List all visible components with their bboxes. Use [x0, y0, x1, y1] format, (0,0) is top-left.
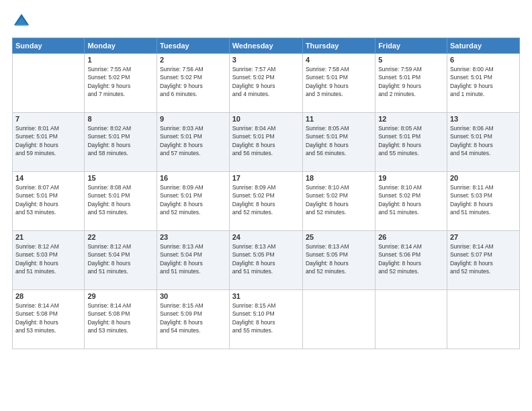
calendar-cell: 5Sunrise: 7:59 AM Sunset: 5:01 PM Daylig… — [375, 54, 447, 113]
calendar-cell: 4Sunrise: 7:58 AM Sunset: 5:01 PM Daylig… — [302, 54, 375, 113]
day-info: Sunrise: 8:00 AM Sunset: 5:01 PM Dayligh… — [450, 65, 517, 98]
day-number: 30 — [160, 292, 226, 300]
day-number: 12 — [378, 115, 444, 123]
day-number: 17 — [232, 174, 300, 182]
day-number: 11 — [306, 115, 372, 123]
day-number: 28 — [15, 292, 81, 300]
day-number: 3 — [232, 56, 300, 64]
day-number: 15 — [87, 174, 154, 182]
calendar-cell: 10Sunrise: 8:04 AM Sunset: 5:01 PM Dayli… — [229, 113, 302, 172]
day-info: Sunrise: 8:12 AM Sunset: 5:03 PM Dayligh… — [15, 242, 81, 275]
day-info: Sunrise: 8:14 AM Sunset: 5:06 PM Dayligh… — [378, 242, 444, 275]
day-info: Sunrise: 8:14 AM Sunset: 5:08 PM Dayligh… — [15, 302, 81, 334]
day-number: 29 — [87, 292, 154, 300]
day-info: Sunrise: 8:14 AM Sunset: 5:08 PM Dayligh… — [87, 302, 154, 334]
day-number: 18 — [306, 174, 372, 182]
calendar-cell: 19Sunrise: 8:10 AM Sunset: 5:02 PM Dayli… — [375, 172, 447, 231]
calendar-cell: 20Sunrise: 8:11 AM Sunset: 5:03 PM Dayli… — [447, 172, 519, 231]
calendar-cell: 25Sunrise: 8:13 AM Sunset: 5:05 PM Dayli… — [302, 231, 375, 290]
day-number: 21 — [15, 233, 81, 241]
calendar-week-row: 21Sunrise: 8:12 AM Sunset: 5:03 PM Dayli… — [13, 231, 520, 290]
day-info: Sunrise: 8:03 AM Sunset: 5:01 PM Dayligh… — [160, 124, 226, 157]
calendar-cell: 6Sunrise: 8:00 AM Sunset: 5:01 PM Daylig… — [447, 54, 519, 113]
weekday-header: Sunday — [13, 38, 85, 54]
day-number: 19 — [378, 174, 444, 182]
calendar-cell: 17Sunrise: 8:09 AM Sunset: 5:02 PM Dayli… — [229, 172, 302, 231]
calendar-cell — [13, 54, 85, 113]
day-info: Sunrise: 8:09 AM Sunset: 5:01 PM Dayligh… — [160, 183, 226, 216]
calendar-cell: 15Sunrise: 8:08 AM Sunset: 5:01 PM Dayli… — [85, 172, 157, 231]
page: SundayMondayTuesdayWednesdayThursdayFrid… — [0, 0, 532, 411]
logo — [12, 12, 34, 31]
header — [12, 12, 520, 31]
day-info: Sunrise: 8:14 AM Sunset: 5:07 PM Dayligh… — [450, 242, 517, 275]
day-number: 2 — [160, 56, 226, 64]
day-info: Sunrise: 8:13 AM Sunset: 5:05 PM Dayligh… — [232, 242, 300, 275]
day-info: Sunrise: 8:10 AM Sunset: 5:02 PM Dayligh… — [378, 183, 444, 216]
calendar-header-row: SundayMondayTuesdayWednesdayThursdayFrid… — [13, 38, 520, 54]
day-number: 31 — [232, 292, 300, 300]
day-info: Sunrise: 8:04 AM Sunset: 5:01 PM Dayligh… — [232, 124, 300, 157]
day-number: 24 — [232, 233, 300, 241]
calendar-cell — [447, 290, 519, 349]
calendar-cell — [375, 290, 447, 349]
day-info: Sunrise: 8:08 AM Sunset: 5:01 PM Dayligh… — [87, 183, 154, 216]
day-info: Sunrise: 8:15 AM Sunset: 5:10 PM Dayligh… — [232, 302, 300, 334]
calendar-cell: 29Sunrise: 8:14 AM Sunset: 5:08 PM Dayli… — [85, 290, 157, 349]
calendar-cell: 16Sunrise: 8:09 AM Sunset: 5:01 PM Dayli… — [157, 172, 229, 231]
calendar-cell: 23Sunrise: 8:13 AM Sunset: 5:04 PM Dayli… — [157, 231, 229, 290]
calendar-week-row: 7Sunrise: 8:01 AM Sunset: 5:01 PM Daylig… — [13, 113, 520, 172]
day-info: Sunrise: 7:59 AM Sunset: 5:01 PM Dayligh… — [378, 65, 444, 98]
day-number: 20 — [450, 174, 517, 182]
weekday-header: Wednesday — [229, 38, 302, 54]
calendar-cell: 7Sunrise: 8:01 AM Sunset: 5:01 PM Daylig… — [13, 113, 85, 172]
calendar-cell: 28Sunrise: 8:14 AM Sunset: 5:08 PM Dayli… — [13, 290, 85, 349]
day-info: Sunrise: 7:55 AM Sunset: 5:02 PM Dayligh… — [87, 65, 154, 98]
calendar-cell — [302, 290, 375, 349]
day-info: Sunrise: 8:07 AM Sunset: 5:01 PM Dayligh… — [15, 183, 81, 216]
logo-icon — [12, 12, 31, 31]
calendar-cell: 18Sunrise: 8:10 AM Sunset: 5:02 PM Dayli… — [302, 172, 375, 231]
weekday-header: Saturday — [447, 38, 519, 54]
weekday-header: Friday — [375, 38, 447, 54]
day-info: Sunrise: 8:06 AM Sunset: 5:01 PM Dayligh… — [450, 124, 517, 157]
weekday-header: Monday — [85, 38, 157, 54]
day-info: Sunrise: 8:02 AM Sunset: 5:01 PM Dayligh… — [87, 124, 154, 157]
calendar-cell: 8Sunrise: 8:02 AM Sunset: 5:01 PM Daylig… — [85, 113, 157, 172]
day-info: Sunrise: 8:05 AM Sunset: 5:01 PM Dayligh… — [306, 124, 372, 157]
calendar-cell: 26Sunrise: 8:14 AM Sunset: 5:06 PM Dayli… — [375, 231, 447, 290]
calendar-cell: 31Sunrise: 8:15 AM Sunset: 5:10 PM Dayli… — [229, 290, 302, 349]
day-info: Sunrise: 8:13 AM Sunset: 5:04 PM Dayligh… — [160, 242, 226, 275]
calendar-cell: 24Sunrise: 8:13 AM Sunset: 5:05 PM Dayli… — [229, 231, 302, 290]
calendar-cell: 13Sunrise: 8:06 AM Sunset: 5:01 PM Dayli… — [447, 113, 519, 172]
day-number: 9 — [160, 115, 226, 123]
calendar-cell: 3Sunrise: 7:57 AM Sunset: 5:02 PM Daylig… — [229, 54, 302, 113]
day-number: 13 — [450, 115, 517, 123]
day-info: Sunrise: 8:12 AM Sunset: 5:04 PM Dayligh… — [87, 242, 154, 275]
day-number: 7 — [15, 115, 81, 123]
day-number: 14 — [15, 174, 81, 182]
calendar-cell: 1Sunrise: 7:55 AM Sunset: 5:02 PM Daylig… — [85, 54, 157, 113]
day-info: Sunrise: 8:09 AM Sunset: 5:02 PM Dayligh… — [232, 183, 300, 216]
calendar-week-row: 1Sunrise: 7:55 AM Sunset: 5:02 PM Daylig… — [13, 54, 520, 113]
weekday-header: Thursday — [302, 38, 375, 54]
day-info: Sunrise: 8:10 AM Sunset: 5:02 PM Dayligh… — [306, 183, 372, 216]
day-number: 8 — [87, 115, 154, 123]
calendar-cell: 2Sunrise: 7:56 AM Sunset: 5:02 PM Daylig… — [157, 54, 229, 113]
calendar-cell: 22Sunrise: 8:12 AM Sunset: 5:04 PM Dayli… — [85, 231, 157, 290]
weekday-header: Tuesday — [157, 38, 229, 54]
day-info: Sunrise: 8:11 AM Sunset: 5:03 PM Dayligh… — [450, 183, 517, 216]
day-info: Sunrise: 8:15 AM Sunset: 5:09 PM Dayligh… — [160, 302, 226, 334]
calendar-table: SundayMondayTuesdayWednesdayThursdayFrid… — [12, 38, 520, 349]
calendar-cell: 14Sunrise: 8:07 AM Sunset: 5:01 PM Dayli… — [13, 172, 85, 231]
day-info: Sunrise: 8:05 AM Sunset: 5:01 PM Dayligh… — [378, 124, 444, 157]
day-number: 25 — [306, 233, 372, 241]
day-number: 6 — [450, 56, 517, 64]
day-info: Sunrise: 7:57 AM Sunset: 5:02 PM Dayligh… — [232, 65, 300, 98]
day-number: 10 — [232, 115, 300, 123]
calendar-cell: 21Sunrise: 8:12 AM Sunset: 5:03 PM Dayli… — [13, 231, 85, 290]
calendar-week-row: 28Sunrise: 8:14 AM Sunset: 5:08 PM Dayli… — [13, 290, 520, 349]
calendar-cell: 27Sunrise: 8:14 AM Sunset: 5:07 PM Dayli… — [447, 231, 519, 290]
day-number: 1 — [87, 56, 154, 64]
day-number: 16 — [160, 174, 226, 182]
